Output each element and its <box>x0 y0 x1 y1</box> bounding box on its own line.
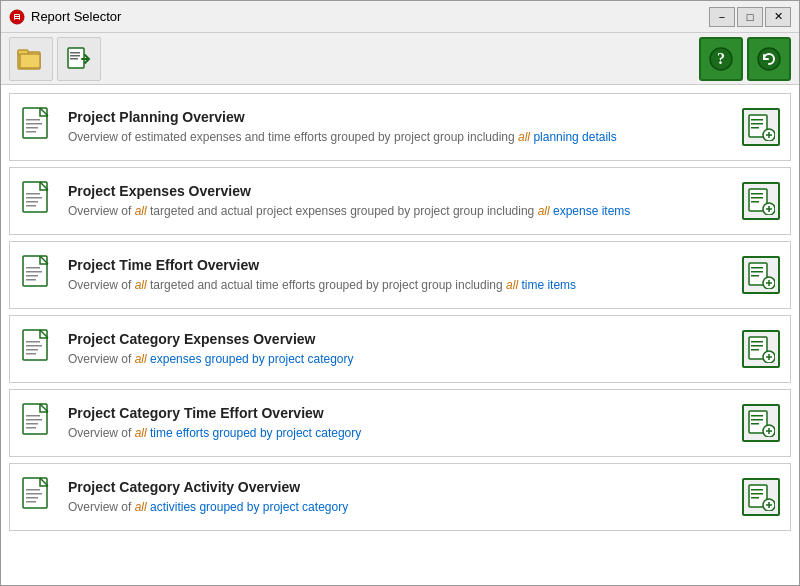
svg-rect-70 <box>751 419 763 421</box>
report-item-project-category-time-effort-overview[interactable]: Project Category Time Effort OverviewOve… <box>9 389 791 457</box>
svg-rect-43 <box>26 279 36 281</box>
svg-rect-34 <box>751 197 763 199</box>
report-action-btn-5[interactable] <box>742 478 780 516</box>
svg-rect-83 <box>751 497 759 499</box>
folder-button[interactable] <box>9 37 53 81</box>
svg-rect-10 <box>70 55 80 57</box>
svg-rect-65 <box>26 419 42 421</box>
help-button[interactable]: ? <box>699 37 743 81</box>
report-action-btn-2[interactable] <box>742 256 780 294</box>
svg-rect-9 <box>70 52 80 54</box>
report-doc-icon-5 <box>20 475 56 519</box>
report-item-project-expenses-overview[interactable]: Project Expenses OverviewOverview of all… <box>9 167 791 235</box>
report-doc-icon-0 <box>20 105 56 149</box>
minimize-button[interactable]: − <box>709 7 735 27</box>
svg-text:?: ? <box>717 50 725 67</box>
export-button[interactable] <box>57 37 101 81</box>
report-desc-0: Overview of estimated expenses and time … <box>68 129 734 146</box>
svg-rect-26 <box>768 132 770 138</box>
svg-rect-86 <box>768 502 770 508</box>
svg-rect-42 <box>26 275 38 277</box>
report-text-2: Project Time Effort OverviewOverview of … <box>68 257 734 294</box>
svg-rect-40 <box>26 267 40 269</box>
svg-rect-50 <box>768 280 770 286</box>
svg-rect-28 <box>26 193 40 195</box>
refresh-button[interactable] <box>747 37 791 81</box>
svg-rect-59 <box>751 349 759 351</box>
svg-rect-30 <box>26 201 38 203</box>
svg-rect-16 <box>26 119 40 121</box>
report-doc-icon-3 <box>20 327 56 371</box>
svg-rect-35 <box>751 201 759 203</box>
svg-rect-4 <box>15 19 19 20</box>
report-item-project-category-activity-overview[interactable]: Project Category Activity OverviewOvervi… <box>9 463 791 531</box>
report-title-2: Project Time Effort Overview <box>68 257 734 273</box>
svg-rect-77 <box>26 493 42 495</box>
svg-rect-74 <box>768 428 770 434</box>
report-action-btn-3[interactable] <box>742 330 780 368</box>
svg-rect-79 <box>26 501 36 503</box>
report-text-1: Project Expenses OverviewOverview of all… <box>68 183 734 220</box>
report-item-project-planning-overview[interactable]: Project Planning OverviewOverview of est… <box>9 93 791 161</box>
report-item-project-time-effort-overview[interactable]: Project Time Effort OverviewOverview of … <box>9 241 791 309</box>
svg-rect-53 <box>26 345 42 347</box>
svg-rect-7 <box>20 54 40 68</box>
svg-rect-31 <box>26 205 36 207</box>
report-action-btn-1[interactable] <box>742 182 780 220</box>
svg-rect-29 <box>26 197 42 199</box>
svg-rect-64 <box>26 415 40 417</box>
svg-rect-45 <box>751 267 763 269</box>
svg-rect-19 <box>26 131 36 133</box>
report-title-5: Project Category Activity Overview <box>68 479 734 495</box>
report-desc-1: Overview of all targeted and actual proj… <box>68 203 734 220</box>
report-doc-icon-2 <box>20 253 56 297</box>
svg-rect-54 <box>26 349 38 351</box>
svg-rect-41 <box>26 271 42 273</box>
svg-rect-78 <box>26 497 38 499</box>
svg-rect-52 <box>26 341 40 343</box>
svg-rect-47 <box>751 275 759 277</box>
svg-rect-33 <box>751 193 763 195</box>
svg-rect-3 <box>15 17 19 18</box>
svg-rect-67 <box>26 427 36 429</box>
svg-rect-21 <box>751 119 763 121</box>
window-controls: − □ ✕ <box>709 7 791 27</box>
main-window: Report Selector − □ ✕ <box>0 0 800 586</box>
svg-rect-22 <box>751 123 763 125</box>
close-button[interactable]: ✕ <box>765 7 791 27</box>
report-item-project-category-expenses-overview[interactable]: Project Category Expenses OverviewOvervi… <box>9 315 791 383</box>
svg-rect-23 <box>751 127 759 129</box>
report-text-3: Project Category Expenses OverviewOvervi… <box>68 331 734 368</box>
reports-list: Project Planning OverviewOverview of est… <box>1 85 799 585</box>
svg-rect-69 <box>751 415 763 417</box>
report-desc-4: Overview of all time efforts grouped by … <box>68 425 734 442</box>
report-desc-5: Overview of all activities grouped by pr… <box>68 499 734 516</box>
svg-rect-17 <box>26 123 42 125</box>
report-action-btn-0[interactable] <box>742 108 780 146</box>
svg-rect-18 <box>26 127 38 129</box>
report-text-4: Project Category Time Effort OverviewOve… <box>68 405 734 442</box>
report-doc-icon-1 <box>20 179 56 223</box>
svg-rect-66 <box>26 423 38 425</box>
report-desc-2: Overview of all targeted and actual time… <box>68 277 734 294</box>
svg-rect-11 <box>70 58 78 60</box>
app-icon <box>9 9 25 25</box>
maximize-button[interactable]: □ <box>737 7 763 27</box>
svg-rect-76 <box>26 489 40 491</box>
svg-rect-46 <box>751 271 763 273</box>
svg-rect-55 <box>26 353 36 355</box>
svg-rect-57 <box>751 341 763 343</box>
report-title-4: Project Category Time Effort Overview <box>68 405 734 421</box>
report-title-0: Project Planning Overview <box>68 109 734 125</box>
report-doc-icon-4 <box>20 401 56 445</box>
toolbar: ? <box>1 33 799 85</box>
report-action-btn-4[interactable] <box>742 404 780 442</box>
report-text-5: Project Category Activity OverviewOvervi… <box>68 479 734 516</box>
svg-rect-58 <box>751 345 763 347</box>
svg-rect-82 <box>751 493 763 495</box>
svg-rect-38 <box>768 206 770 212</box>
report-desc-3: Overview of all expenses grouped by proj… <box>68 351 734 368</box>
svg-rect-62 <box>768 354 770 360</box>
report-title-1: Project Expenses Overview <box>68 183 734 199</box>
svg-rect-81 <box>751 489 763 491</box>
